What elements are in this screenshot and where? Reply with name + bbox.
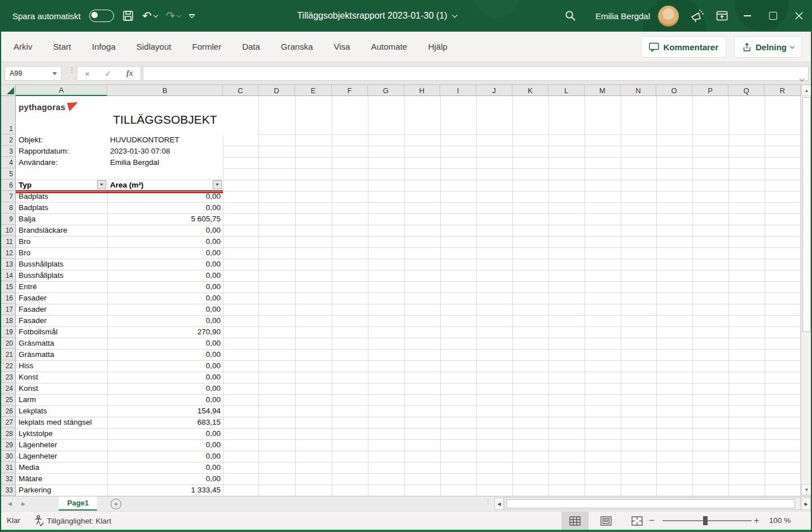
column-header-K[interactable]: K xyxy=(512,85,548,96)
table-row[interactable]: Balja5 605,75 xyxy=(16,213,223,225)
column-header-H[interactable]: H xyxy=(404,85,440,96)
ribbon-tab-visa[interactable]: Visa xyxy=(334,42,350,51)
drag-handle-icon[interactable]: ⋮ xyxy=(68,68,73,72)
save-icon[interactable] xyxy=(122,0,134,32)
column-header-F[interactable]: F xyxy=(332,85,368,96)
cell-area[interactable]: 0,00 xyxy=(107,304,223,315)
comments-button[interactable]: Kommentarer xyxy=(641,36,726,58)
undo-button[interactable]: ↶ xyxy=(142,10,157,21)
table-row[interactable]: Konst0,00 xyxy=(16,372,223,383)
name-box[interactable]: A99 xyxy=(5,66,62,81)
row-header-22[interactable]: 22 xyxy=(0,360,16,372)
cell-typ[interactable]: Gräsmatta xyxy=(16,338,107,349)
row-header-21[interactable]: 21 xyxy=(0,349,16,360)
row-header-17[interactable]: 17 xyxy=(0,304,16,315)
cell-area[interactable]: 0,00 xyxy=(107,360,223,372)
redo-button[interactable]: ↷ xyxy=(166,10,181,21)
cell-typ[interactable]: Parkering xyxy=(16,485,107,496)
user-name[interactable]: Emilia Bergdal xyxy=(595,11,650,21)
cell-area[interactable]: 1 333,45 xyxy=(107,485,223,496)
row-header-32[interactable]: 32 xyxy=(0,473,16,485)
cell-typ[interactable]: Bro xyxy=(16,247,107,259)
row-header-29[interactable]: 29 xyxy=(0,439,16,451)
table-row[interactable]: Entré0,00 xyxy=(16,281,223,293)
formula-input[interactable] xyxy=(143,66,809,81)
autosave-toggle[interactable] xyxy=(89,10,114,22)
horizontal-scrollbar-thumb[interactable] xyxy=(506,499,795,508)
table-row[interactable]: Gräsmatta0,00 xyxy=(16,338,223,349)
cell-area[interactable]: 0,00 xyxy=(107,349,223,360)
row-header-11[interactable]: 11 xyxy=(0,236,16,247)
cell-typ[interactable]: Mätare xyxy=(16,473,107,485)
cell-area[interactable]: 0,00 xyxy=(107,428,223,439)
column-header-I[interactable]: I xyxy=(440,85,476,96)
cell-area[interactable]: 0,00 xyxy=(107,270,223,281)
cell-area[interactable]: 0,00 xyxy=(107,451,223,462)
cell-area[interactable]: 0,00 xyxy=(107,247,223,259)
cell-area[interactable]: 0,00 xyxy=(107,383,223,394)
table-row[interactable]: Brandsläckare0,00 xyxy=(16,225,223,236)
table-row[interactable]: Lägenheter0,00 xyxy=(16,439,223,451)
row-header-20[interactable]: 20 xyxy=(0,338,16,349)
row-header-31[interactable]: 31 xyxy=(0,462,16,473)
cancel-icon[interactable]: × xyxy=(85,69,90,79)
cell-typ[interactable]: Balja xyxy=(16,213,107,225)
horizontal-scrollbar[interactable] xyxy=(504,498,801,510)
report-title[interactable]: TILLÄGGSOBJEKT xyxy=(107,113,223,127)
customize-toolbar-button[interactable] xyxy=(189,14,195,18)
cell-area[interactable]: 0,00 xyxy=(107,315,223,326)
row-header-4[interactable]: 4 xyxy=(0,157,16,168)
search-icon[interactable] xyxy=(558,0,583,32)
zoom-in-button[interactable]: + xyxy=(754,516,759,526)
column-header-J[interactable]: J xyxy=(476,85,512,96)
feedback-megaphone-icon[interactable] xyxy=(684,0,709,32)
row-header-15[interactable]: 15 xyxy=(0,281,16,293)
column-header-P[interactable]: P xyxy=(692,85,728,96)
column-header-Q[interactable]: Q xyxy=(728,85,765,96)
cell-area[interactable]: 683,15 xyxy=(107,417,223,428)
row-header-23[interactable]: 23 xyxy=(0,372,16,383)
view-normal-button[interactable] xyxy=(561,512,589,530)
column-header-E[interactable]: E xyxy=(295,85,332,96)
row-header-27[interactable]: 27 xyxy=(0,417,16,428)
column-header-B[interactable]: B xyxy=(107,85,223,96)
row-header-8[interactable]: 8 xyxy=(0,202,16,213)
cell-area[interactable]: 0,00 xyxy=(107,394,223,405)
confirm-icon[interactable]: ✓ xyxy=(105,69,112,78)
cell-typ[interactable]: Gräsmatta xyxy=(16,349,107,360)
row-header-19[interactable]: 19 xyxy=(0,326,16,338)
accessibility-status[interactable]: Tillgänglighet: Klart xyxy=(33,514,111,527)
column-header-L[interactable]: L xyxy=(548,85,585,96)
view-page-break-button[interactable] xyxy=(624,512,651,530)
hscroll-right-button[interactable]: ▶ xyxy=(801,498,811,510)
row-header-16[interactable]: 16 xyxy=(0,293,16,304)
name-box-dropdown[interactable] xyxy=(49,67,61,80)
cell-typ[interactable]: Fasader xyxy=(16,293,107,304)
column-header-A[interactable]: A xyxy=(16,85,107,96)
column-header-G[interactable]: G xyxy=(368,85,404,96)
cell-area[interactable]: 0,00 xyxy=(107,462,223,473)
vertical-scrollbar-thumb[interactable] xyxy=(802,97,811,332)
close-button[interactable] xyxy=(786,0,812,32)
table-row[interactable]: Fasader0,00 xyxy=(16,304,223,315)
table-row[interactable]: Bro0,00 xyxy=(16,236,223,247)
row-header-5[interactable]: 5 xyxy=(0,168,16,180)
cell-typ[interactable]: Bro xyxy=(16,236,107,247)
row-header-25[interactable]: 25 xyxy=(0,394,16,405)
chevron-down-icon[interactable] xyxy=(153,12,157,17)
column-header-N[interactable]: N xyxy=(621,85,656,96)
ribbon-display-options-icon[interactable] xyxy=(709,0,734,32)
ribbon-tab-data[interactable]: Data xyxy=(242,42,260,51)
header-cell-area[interactable]: Area (m²) xyxy=(110,180,143,191)
splitter-grip-icon[interactable]: ⋮ xyxy=(485,500,491,503)
meta-label[interactable]: Användare: xyxy=(19,157,58,168)
table-row[interactable]: Bro0,00 xyxy=(16,247,223,259)
cell-area[interactable]: 0,00 xyxy=(107,202,223,213)
row-header-10[interactable]: 10 xyxy=(0,225,16,236)
meta-label[interactable]: Rapportdatum: xyxy=(19,146,69,157)
table-row[interactable]: Lekplats154,94 xyxy=(16,405,223,417)
cell-typ[interactable]: Fasader xyxy=(16,315,107,326)
cell-area[interactable]: 0,00 xyxy=(107,236,223,247)
table-row[interactable]: Hiss0,00 xyxy=(16,360,223,372)
cell-area[interactable]: 0,00 xyxy=(107,281,223,293)
